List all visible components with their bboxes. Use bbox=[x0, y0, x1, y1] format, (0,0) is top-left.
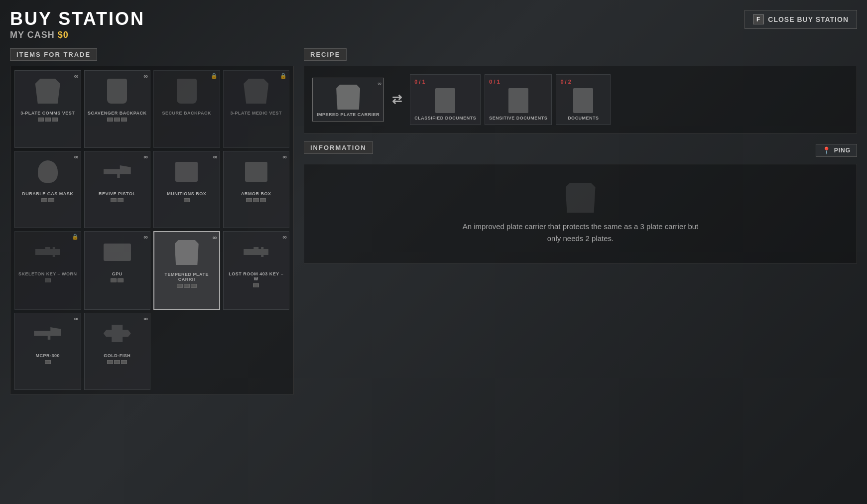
qty-pip bbox=[52, 118, 58, 122]
infinity-badge: ∞ bbox=[143, 315, 148, 322]
recipe-count: 0 / 2 bbox=[560, 79, 571, 85]
quantity-bar bbox=[111, 198, 124, 202]
item-tempered-plate-carrier[interactable]: ∞ TEMPERED PLATE CARRII bbox=[153, 231, 220, 310]
item-icon-area bbox=[167, 235, 207, 270]
item-revive-pistol[interactable]: ∞ REVIVE PISTOL bbox=[84, 151, 151, 229]
close-label: CLOSE BUY STATION bbox=[768, 15, 849, 23]
quantity-bar bbox=[41, 198, 54, 202]
ping-button[interactable]: 📍 PING bbox=[816, 144, 857, 157]
recipe-count: 0 / 1 bbox=[414, 79, 425, 85]
item-name: REVIVE PISTOL bbox=[99, 191, 135, 196]
infinity-badge: ∞ bbox=[143, 234, 148, 241]
infinity-badge: ∞ bbox=[213, 234, 217, 241]
recipe-input-item[interactable]: 0 / 2 DOCUMENTS bbox=[556, 74, 611, 125]
close-buy-station-button[interactable]: F CLOSE BUY STATION bbox=[744, 10, 857, 29]
qty-pip bbox=[38, 118, 44, 122]
cash-line: MY CASH $0 bbox=[10, 30, 145, 40]
title-block: BUY STATION MY CASH $0 bbox=[10, 10, 145, 40]
recipe-input-name: CLASSIFIED DOCUMENTS bbox=[414, 116, 476, 121]
recipe-content: ∞ IMPERED PLATE CARRIER ⇄ 0 / 1 CLASSIFI… bbox=[304, 66, 857, 133]
quantity-bar bbox=[253, 283, 259, 287]
item-secure-backpack[interactable]: 🔒 SECURE BACKPACK bbox=[153, 70, 220, 148]
qty-pip bbox=[118, 278, 124, 282]
qty-pip bbox=[107, 118, 113, 122]
recipe-input-item[interactable]: 0 / 1 SENSITIVE DOCUMENTS bbox=[485, 74, 552, 125]
item-icon-area bbox=[97, 154, 137, 189]
lock-badge: 🔒 bbox=[72, 234, 79, 240]
quantity-bar bbox=[107, 360, 127, 364]
recipe-icon-area bbox=[566, 86, 601, 116]
quantity-bar bbox=[184, 198, 190, 202]
item-3-plate-comms-vest[interactable]: ∞ 3-PLATE COMMS VEST bbox=[14, 70, 81, 148]
right-panel: RECIPE ∞ IMPERED PLATE CARRIER ⇄ bbox=[304, 48, 857, 394]
item-durable-gas-mask[interactable]: ∞ DURABLE GAS MASK bbox=[14, 151, 81, 229]
recipe-result-item[interactable]: ∞ IMPERED PLATE CARRIER bbox=[312, 78, 384, 122]
qty-pip bbox=[107, 360, 113, 364]
recipe-input-item[interactable]: 0 / 1 CLASSIFIED DOCUMENTS bbox=[410, 74, 481, 125]
quantity-bar bbox=[177, 284, 197, 288]
infinity-badge: ∞ bbox=[74, 315, 79, 322]
qty-pip bbox=[114, 360, 120, 364]
item-name: GPU bbox=[112, 271, 123, 276]
lock-badge: 🔒 bbox=[211, 73, 218, 79]
infinity-badge: ∞ bbox=[282, 153, 287, 160]
close-key: F bbox=[753, 14, 764, 24]
info-description: An improved plate carrier that protects … bbox=[456, 221, 705, 245]
item-name: GOLD-FISH bbox=[104, 353, 130, 358]
info-item-silhouette bbox=[566, 183, 596, 213]
item-name: SECURE BACKPACK bbox=[162, 111, 211, 116]
info-content: An improved plate carrier that protects … bbox=[304, 164, 857, 263]
qty-pip bbox=[246, 198, 252, 202]
qty-pip bbox=[121, 360, 127, 364]
item-gpu[interactable]: ∞ GPU bbox=[84, 231, 151, 310]
plate-carrier-icon bbox=[336, 85, 360, 110]
item-name: SCAVENGER BACKPACK bbox=[88, 111, 147, 116]
qty-pip bbox=[111, 198, 117, 202]
item-scavenger-backpack[interactable]: ∞ SCAVENGER BACKPACK bbox=[84, 70, 151, 148]
quantity-bar bbox=[246, 198, 266, 202]
ping-icon: 📍 bbox=[822, 146, 831, 154]
lock-badge: 🔒 bbox=[280, 73, 287, 79]
infinity-badge: ∞ bbox=[74, 153, 79, 160]
qty-pip bbox=[45, 360, 51, 364]
recipe-input-name: SENSITIVE DOCUMENTS bbox=[489, 116, 547, 121]
recipe-section: RECIPE ∞ IMPERED PLATE CARRIER ⇄ bbox=[304, 48, 857, 133]
item-munitions-box[interactable]: ∞ MUNITIONS BOX bbox=[153, 151, 220, 229]
recipe-result-icon-area bbox=[331, 82, 366, 112]
item-name: MCPR-300 bbox=[35, 353, 60, 358]
item-3-plate-medic-vest[interactable]: 🔒 3-PLATE MEDIC VEST bbox=[223, 70, 290, 148]
qty-pip bbox=[41, 198, 47, 202]
item-lost-room-key[interactable]: ∞ LOST ROOM 403 KEY – W bbox=[223, 231, 290, 310]
item-skeleton-key-worn[interactable]: 🔒 SKELETON KEY – WORN bbox=[14, 231, 81, 310]
item-name: DURABLE GAS MASK bbox=[22, 191, 73, 196]
item-gold-fish[interactable]: ∞ GOLD-FISH bbox=[84, 313, 151, 390]
header: BUY STATION MY CASH $0 F CLOSE BUY STATI… bbox=[10, 10, 857, 40]
qty-pip bbox=[253, 198, 259, 202]
item-name: SKELETON KEY – WORN bbox=[18, 271, 77, 276]
item-mcpr-300[interactable]: ∞ MCPR-300 bbox=[14, 313, 81, 390]
item-icon-area bbox=[97, 316, 137, 351]
recipe-icon-area bbox=[501, 86, 536, 116]
item-name: 3-PLATE COMMS VEST bbox=[20, 111, 75, 116]
page-title: BUY STATION bbox=[10, 10, 145, 28]
quantity-bar bbox=[45, 360, 51, 364]
item-icon-area bbox=[28, 154, 68, 189]
items-for-trade-label: ITEMS FOR TRADE bbox=[10, 48, 97, 61]
info-section: INFORMATION 📍 PING An improved plate car… bbox=[304, 141, 857, 263]
qty-pip bbox=[114, 118, 120, 122]
item-armor-box[interactable]: ∞ ARMOR BOX bbox=[223, 151, 290, 229]
item-icon-area bbox=[167, 74, 207, 109]
cash-label: MY CASH bbox=[10, 30, 55, 40]
quantity-bar bbox=[107, 118, 127, 122]
info-header: INFORMATION 📍 PING bbox=[304, 141, 857, 159]
items-grid: ∞ 3-PLATE COMMS VEST ∞ SCAVENGER BACKPAC… bbox=[10, 66, 294, 394]
qty-pip bbox=[184, 198, 190, 202]
qty-pip bbox=[260, 198, 266, 202]
item-name: MUNITIONS BOX bbox=[167, 191, 206, 196]
qty-pip bbox=[184, 284, 190, 288]
item-icon-area bbox=[167, 154, 207, 189]
cash-value: $0 bbox=[58, 30, 69, 40]
recipe-count: 0 / 1 bbox=[489, 79, 499, 85]
item-name: ARMOR BOX bbox=[241, 191, 271, 196]
qty-pip bbox=[191, 284, 197, 288]
